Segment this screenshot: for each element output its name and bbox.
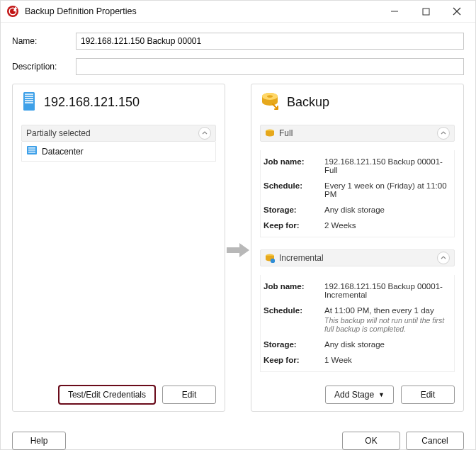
- svg-rect-9: [25, 94, 33, 95]
- svg-rect-11: [25, 98, 33, 99]
- minimize-button[interactable]: [379, 1, 410, 22]
- svg-rect-12: [25, 100, 33, 101]
- edit-source-button[interactable]: Edit: [162, 386, 216, 404]
- datacenter-icon: [26, 145, 38, 158]
- window: Backup Definition Properties Name: Descr…: [0, 0, 476, 450]
- label-storage-2: Storage:: [264, 340, 319, 349]
- chevron-up-icon: [437, 252, 450, 264]
- backup-panel: Backup Full Job name: 192.168.121.150 Ba…: [251, 84, 464, 412]
- label-keep-for: Keep for:: [264, 221, 319, 230]
- source-panel: 192.168.121.150 Partially selected Datac…: [12, 84, 225, 412]
- label-job-name: Job name:: [264, 157, 319, 174]
- full-section-label: Full: [279, 128, 437, 138]
- incremental-section-header[interactable]: Incremental: [260, 249, 455, 266]
- name-input[interactable]: [76, 33, 464, 50]
- tree-item[interactable]: Datacenter: [21, 142, 216, 162]
- test-edit-credentials-button[interactable]: Test/Edit Credentials: [59, 386, 155, 404]
- label-keep-for-2: Keep for:: [264, 356, 319, 364]
- maximize-icon: [422, 8, 430, 16]
- source-section-header[interactable]: Partially selected: [21, 125, 216, 142]
- minimize-icon: [390, 7, 399, 16]
- full-keep-for: 2 Weeks: [324, 221, 451, 230]
- title-bar: Backup Definition Properties: [1, 1, 475, 23]
- incremental-keep-for: 1 Week: [324, 356, 451, 364]
- full-section-header[interactable]: Full: [260, 125, 455, 142]
- name-label: Name:: [12, 36, 76, 46]
- window-title: Backup Definition Properties: [25, 6, 379, 16]
- description-label: Description:: [12, 62, 76, 72]
- app-icon: [6, 5, 19, 18]
- incremental-section-label: Incremental: [279, 253, 437, 263]
- incremental-detail-list: Job name: 192.168.121.150 Backup 00001-I…: [260, 275, 455, 372]
- tree-item-label: Datacenter: [42, 147, 84, 157]
- svg-rect-16: [28, 150, 35, 151]
- backup-title: Backup: [287, 95, 329, 110]
- close-icon: [453, 7, 461, 16]
- add-stage-button[interactable]: Add Stage▼: [325, 386, 394, 404]
- dialog-footer: Help OK Cancel: [1, 424, 475, 450]
- incremental-job-name: 192.168.121.150 Backup 00001-Incremental: [324, 282, 451, 299]
- label-storage: Storage:: [264, 206, 319, 214]
- svg-rect-5: [423, 9, 429, 15]
- full-detail-list: Job name: 192.168.121.150 Backup 00001-F…: [260, 150, 455, 237]
- close-button[interactable]: [441, 1, 472, 22]
- arrow-icon: [224, 242, 252, 259]
- server-icon: [21, 91, 37, 113]
- backup-icon: [260, 91, 280, 113]
- description-input[interactable]: [76, 58, 464, 75]
- incremental-disk-icon: [265, 253, 275, 263]
- ok-button[interactable]: OK: [342, 432, 400, 450]
- dropdown-caret-icon: ▼: [378, 391, 385, 398]
- svg-rect-15: [28, 147, 35, 149]
- label-schedule: Schedule:: [264, 181, 319, 198]
- svg-rect-17: [28, 152, 35, 153]
- full-schedule: Every 1 week on (Friday) at 11:00 PM: [324, 181, 451, 198]
- label-schedule-2: Schedule:: [264, 306, 319, 333]
- svg-point-20: [267, 95, 273, 98]
- source-section-label: Partially selected: [26, 128, 198, 138]
- full-job-name: 192.168.121.150 Backup 00001-Full: [324, 157, 451, 174]
- schedule-note: This backup will not run until the first…: [324, 316, 451, 333]
- full-storage: Any disk storage: [324, 206, 451, 214]
- maximize-button[interactable]: [410, 1, 441, 22]
- incremental-schedule: At 11:00 PM, then every 1 day This backu…: [324, 306, 451, 333]
- cancel-button[interactable]: Cancel: [406, 432, 464, 450]
- full-disk-icon: [265, 128, 275, 138]
- svg-rect-13: [25, 102, 33, 103]
- edit-backup-button[interactable]: Edit: [401, 386, 455, 404]
- help-button[interactable]: Help: [12, 432, 66, 450]
- chevron-up-icon: [437, 127, 450, 140]
- incremental-storage: Any disk storage: [324, 340, 451, 349]
- chevron-up-icon: [198, 127, 211, 140]
- svg-rect-10: [25, 96, 33, 97]
- label-job-name-2: Job name:: [264, 282, 319, 299]
- source-title: 192.168.121.150: [44, 95, 140, 110]
